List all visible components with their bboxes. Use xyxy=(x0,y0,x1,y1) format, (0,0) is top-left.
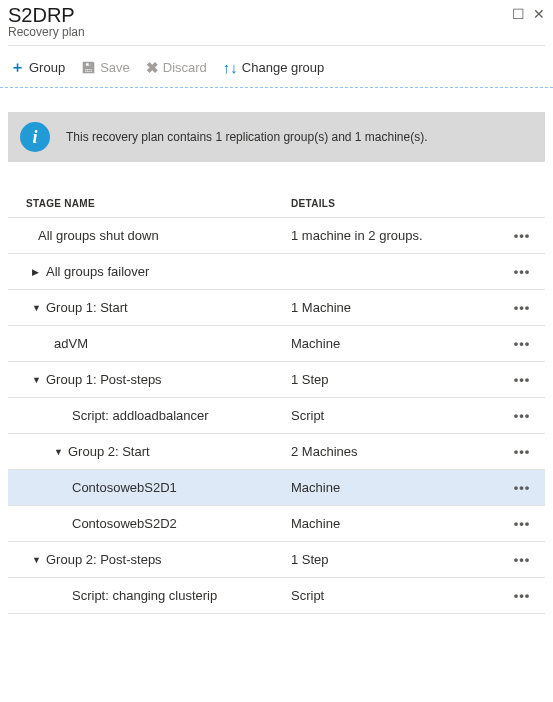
chevron-down-icon[interactable]: ▼ xyxy=(54,447,68,457)
table-row[interactable]: adVMMachine••• xyxy=(8,326,545,362)
page-title: S2DRP xyxy=(8,4,85,27)
discard-icon: ✖ xyxy=(146,59,159,77)
stage-name-cell: All groups shut down xyxy=(8,228,291,243)
maximize-icon[interactable]: ☐ xyxy=(512,6,525,22)
details-cell: 1 machine in 2 groups. xyxy=(291,228,509,243)
details-cell: Machine xyxy=(291,480,509,495)
table-row[interactable]: Script: changing clusteripScript••• xyxy=(8,578,545,614)
details-cell: Script xyxy=(291,408,509,423)
stage-name-cell: ContosowebS2D1 xyxy=(8,480,291,495)
discard-button-label: Discard xyxy=(163,60,207,75)
row-actions-button[interactable]: ••• xyxy=(509,516,535,531)
details-cell: 1 Step xyxy=(291,552,509,567)
row-actions-button[interactable]: ••• xyxy=(509,300,535,315)
row-actions-button[interactable]: ••• xyxy=(509,228,535,243)
stage-name-cell: ▼Group 2: Post-steps xyxy=(8,552,291,567)
window-controls: ☐ ✕ xyxy=(512,4,545,22)
row-actions-button[interactable]: ••• xyxy=(509,480,535,495)
page-subtitle: Recovery plan xyxy=(8,25,85,39)
stage-name-label: ContosowebS2D1 xyxy=(72,480,177,495)
details-cell: 2 Machines xyxy=(291,444,509,459)
discard-button[interactable]: ✖ Discard xyxy=(146,59,207,77)
table-row[interactable]: ▼Group 2: Post-steps1 Step••• xyxy=(8,542,545,578)
table-row[interactable]: Script: addloadbalancerScript••• xyxy=(8,398,545,434)
plus-icon: ＋ xyxy=(10,58,25,77)
swap-icon: ↑↓ xyxy=(223,59,238,76)
stage-name-cell: ContosowebS2D2 xyxy=(8,516,291,531)
stage-table: STAGE NAME DETAILS All groups shut down1… xyxy=(8,190,545,614)
table-row[interactable]: ContosowebS2D1Machine••• xyxy=(8,470,545,506)
stage-name-cell: Script: addloadbalancer xyxy=(8,408,291,423)
details-cell: Machine xyxy=(291,336,509,351)
table-row[interactable]: ContosowebS2D2Machine••• xyxy=(8,506,545,542)
row-actions-button[interactable]: ••• xyxy=(509,408,535,423)
chevron-down-icon[interactable]: ▼ xyxy=(32,375,46,385)
stage-name-label: Group 1: Post-steps xyxy=(46,372,162,387)
save-icon: 💾︎ xyxy=(81,59,96,76)
table-row[interactable]: ▼Group 1: Start1 Machine••• xyxy=(8,290,545,326)
group-button[interactable]: ＋ Group xyxy=(10,58,65,77)
save-button[interactable]: 💾︎ Save xyxy=(81,59,130,76)
chevron-down-icon[interactable]: ▼ xyxy=(32,303,46,313)
details-cell: 1 Machine xyxy=(291,300,509,315)
stage-name-label: adVM xyxy=(54,336,88,351)
table-row[interactable]: ▼Group 2: Start2 Machines••• xyxy=(8,434,545,470)
stage-name-cell: ▼Group 1: Start xyxy=(8,300,291,315)
stage-name-label: Group 1: Start xyxy=(46,300,128,315)
info-banner-text: This recovery plan contains 1 replicatio… xyxy=(66,130,428,144)
stage-name-cell: ▼Group 1: Post-steps xyxy=(8,372,291,387)
details-cell: Script xyxy=(291,588,509,603)
stage-name-label: ContosowebS2D2 xyxy=(72,516,177,531)
stage-name-label: Group 2: Post-steps xyxy=(46,552,162,567)
table-row[interactable]: All groups shut down1 machine in 2 group… xyxy=(8,218,545,254)
row-actions-button[interactable]: ••• xyxy=(509,264,535,279)
row-actions-button[interactable]: ••• xyxy=(509,336,535,351)
row-actions-button[interactable]: ••• xyxy=(509,444,535,459)
stage-name-label: All groups failover xyxy=(46,264,149,279)
save-button-label: Save xyxy=(100,60,130,75)
column-header-name: STAGE NAME xyxy=(26,198,291,209)
row-actions-button[interactable]: ••• xyxy=(509,372,535,387)
info-icon: i xyxy=(20,122,50,152)
details-cell: 1 Step xyxy=(291,372,509,387)
row-actions-button[interactable]: ••• xyxy=(509,552,535,567)
table-header: STAGE NAME DETAILS xyxy=(8,190,545,218)
stage-name-label: All groups shut down xyxy=(38,228,159,243)
info-banner: i This recovery plan contains 1 replicat… xyxy=(8,112,545,162)
header-divider xyxy=(8,45,545,46)
row-actions-button[interactable]: ••• xyxy=(509,588,535,603)
stage-name-cell: ▼Group 2: Start xyxy=(8,444,291,459)
page-header: S2DRP Recovery plan ☐ ✕ xyxy=(0,0,553,50)
stage-name-cell: Script: changing clusterip xyxy=(8,588,291,603)
close-icon[interactable]: ✕ xyxy=(533,6,545,22)
toolbar: ＋ Group 💾︎ Save ✖ Discard ↑↓ Change grou… xyxy=(0,50,553,88)
stage-name-cell: ▶All groups failover xyxy=(8,264,291,279)
change-group-button-label: Change group xyxy=(242,60,324,75)
group-button-label: Group xyxy=(29,60,65,75)
column-header-details: DETAILS xyxy=(291,198,537,209)
stage-name-cell: adVM xyxy=(8,336,291,351)
table-row[interactable]: ▶All groups failover••• xyxy=(8,254,545,290)
stage-name-label: Script: changing clusterip xyxy=(72,588,217,603)
chevron-right-icon[interactable]: ▶ xyxy=(32,267,46,277)
stage-name-label: Script: addloadbalancer xyxy=(72,408,209,423)
details-cell: Machine xyxy=(291,516,509,531)
table-row[interactable]: ▼Group 1: Post-steps1 Step••• xyxy=(8,362,545,398)
change-group-button[interactable]: ↑↓ Change group xyxy=(223,59,324,76)
chevron-down-icon[interactable]: ▼ xyxy=(32,555,46,565)
stage-name-label: Group 2: Start xyxy=(68,444,150,459)
